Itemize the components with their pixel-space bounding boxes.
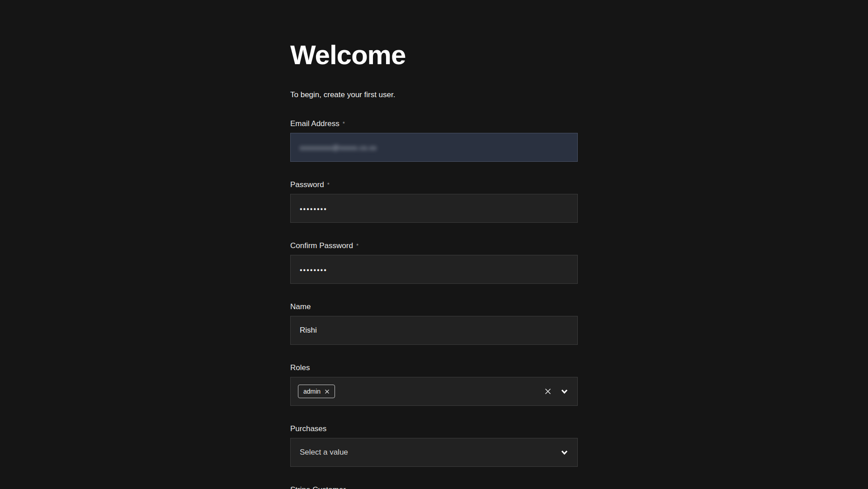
email-label: Email Address* <box>290 119 578 128</box>
page-subtitle: To begin, create your first user. <box>290 89 578 100</box>
roles-controls <box>543 386 569 396</box>
confirm-password-field[interactable]: •••••••• <box>290 255 578 284</box>
password-label: Password* <box>290 180 578 189</box>
stripe-customer-label: Stripe Customer <box>290 485 578 489</box>
purchases-select[interactable]: Select a value <box>290 438 578 467</box>
password-field[interactable]: •••••••• <box>290 194 578 223</box>
email-field-group: Email Address* xxxxxxxxx@xxxxx.co.xx <box>290 119 578 162</box>
create-first-user-form: Email Address* xxxxxxxxx@xxxxx.co.xx Pas… <box>290 119 578 489</box>
name-field-group: Name Rishi <box>290 302 578 345</box>
confirm-password-masked-value: •••••••• <box>300 266 327 274</box>
chevron-down-icon[interactable] <box>559 386 569 396</box>
confirm-password-label: Confirm Password* <box>290 241 578 250</box>
clear-value-icon[interactable] <box>543 386 553 396</box>
roles-multiselect[interactable]: admin <box>290 377 578 406</box>
password-field-group: Password* •••••••• <box>290 180 578 223</box>
roles-field-group: Roles admin <box>290 363 578 406</box>
setup-page: Welcome To begin, create your first user… <box>290 0 578 489</box>
email-field[interactable]: xxxxxxxxx@xxxxx.co.xx <box>290 133 578 162</box>
roles-chip-label: admin <box>303 388 321 395</box>
roles-selected-values: admin <box>298 385 543 398</box>
confirm-password-field-group: Confirm Password* •••••••• <box>290 241 578 284</box>
purchases-field-group: Purchases Select a value <box>290 424 578 467</box>
name-label: Name <box>290 302 578 311</box>
name-value: Rishi <box>300 326 317 335</box>
stripe-customer-field-group: Stripe Customer <box>290 485 578 489</box>
purchases-controls <box>559 447 569 457</box>
name-field[interactable]: Rishi <box>290 316 578 345</box>
required-marker: * <box>327 181 330 188</box>
required-marker: * <box>356 242 359 249</box>
page-title: Welcome <box>290 42 578 69</box>
password-masked-value: •••••••• <box>300 205 327 213</box>
purchases-label: Purchases <box>290 424 578 433</box>
roles-chip-admin[interactable]: admin <box>298 385 335 398</box>
remove-chip-icon[interactable] <box>325 389 330 394</box>
email-redacted-value: xxxxxxxxx@xxxxx.co.xx <box>300 144 377 151</box>
purchases-placeholder: Select a value <box>298 448 348 457</box>
roles-label: Roles <box>290 363 578 372</box>
required-marker: * <box>343 120 345 127</box>
chevron-down-icon[interactable] <box>559 447 569 457</box>
